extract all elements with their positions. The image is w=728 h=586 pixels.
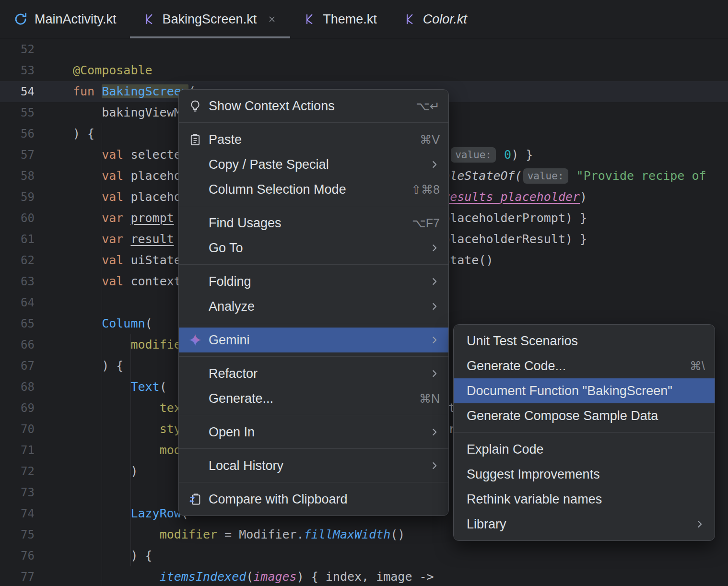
menu-item-generate[interactable]: Generate...⌘N (179, 386, 448, 411)
line-number[interactable]: 70 (0, 419, 53, 440)
lightbulb-icon (188, 99, 202, 113)
line-number[interactable]: 69 (0, 398, 53, 419)
line-number[interactable]: 76 (0, 545, 53, 566)
line-number[interactable]: 61 (0, 229, 53, 250)
menu-item-explain-code[interactable]: Explain Code (454, 437, 715, 462)
menu-item-document-function-bakingscreen[interactable]: Document Function "BakingScreen" (454, 378, 715, 403)
line-number[interactable]: 53 (0, 60, 53, 81)
code-line-53[interactable]: 53@Composable (0, 60, 728, 81)
chevron-right-icon (429, 460, 440, 471)
menu-shortcut: ⌘\ (690, 359, 705, 373)
line-number[interactable]: 65 (0, 313, 53, 334)
menu-item-go-to[interactable]: Go To (179, 235, 448, 260)
chevron-right-icon (429, 368, 440, 379)
menu-icon-slot (188, 425, 202, 439)
line-number[interactable]: 56 (0, 123, 53, 144)
menu-item-label: Open In (209, 425, 420, 440)
menu-item-suggest-improvements[interactable]: Suggest Improvements (454, 462, 715, 487)
menu-item-unit-test-scenarios[interactable]: Unit Test Scenarios (454, 328, 715, 353)
code-line-77[interactable]: 77 itemsIndexed(images) { index, image -… (0, 566, 728, 586)
menu-separator (179, 206, 448, 206)
line-number[interactable]: 62 (0, 250, 53, 271)
line-number[interactable]: 55 (0, 102, 53, 123)
menu-item-column-selection-mode[interactable]: Column Selection Mode⇧⌘8 (179, 177, 448, 202)
line-number[interactable]: 63 (0, 271, 53, 292)
line-number[interactable]: 77 (0, 566, 53, 586)
code-text-continuation: tableStateOf(value: "Provide recipe of (428, 165, 706, 187)
menu-item-show-context-actions[interactable]: Show Context Actions⌥↵ (179, 94, 448, 118)
close-icon[interactable] (267, 14, 277, 24)
line-number[interactable]: 68 (0, 376, 53, 398)
tab-color-kt[interactable]: Color.kt (390, 0, 481, 38)
line-number[interactable]: 71 (0, 440, 53, 461)
menu-item-label: Find Usages (209, 216, 402, 231)
compare-clipboard-icon (188, 492, 202, 506)
line-number[interactable]: 66 (0, 334, 53, 355)
menu-item-label: Library (467, 517, 685, 532)
code-text: @Composable (53, 60, 728, 81)
menu-icon-slot (188, 241, 202, 255)
tab-label: Theme.kt (323, 12, 377, 27)
line-number[interactable]: 64 (0, 292, 53, 313)
menu-item-label: Folding (209, 274, 420, 289)
line-number[interactable]: 59 (0, 187, 53, 208)
menu-item-copy-paste-special[interactable]: Copy / Paste Special (179, 152, 448, 177)
tab-mainactivity-kt[interactable]: MainActivity.kt (0, 0, 130, 38)
menu-item-open-in[interactable]: Open In (179, 420, 448, 445)
context-menu: Show Context Actions⌥↵Paste⌘VCopy / Past… (178, 89, 449, 516)
menu-item-paste[interactable]: Paste⌘V (179, 127, 448, 152)
menu-item-analyze[interactable]: Analyze (179, 294, 448, 319)
line-number[interactable]: 74 (0, 503, 53, 524)
line-number[interactable]: 72 (0, 461, 53, 482)
menu-item-generate-code[interactable]: Generate Code...⌘\ (454, 353, 715, 378)
menu-separator (179, 482, 448, 482)
line-number[interactable]: 73 (0, 482, 53, 503)
code-text-continuation: g.results_placeholder) (428, 187, 587, 208)
menu-item-folding[interactable]: Folding (179, 269, 448, 294)
line-number[interactable]: 57 (0, 144, 53, 165)
tab-bakingscreen-kt[interactable]: BakingScreen.kt (130, 0, 291, 38)
line-number[interactable]: 75 (0, 524, 53, 545)
chevron-right-icon (429, 427, 440, 437)
menu-icon-slot (188, 216, 202, 230)
menu-item-label: Gemini (209, 333, 420, 348)
menu-shortcut: ⌥F7 (412, 216, 440, 230)
code-text (53, 39, 728, 60)
menu-item-label: Generate... (209, 391, 410, 406)
menu-icon-slot (188, 459, 202, 472)
menu-icon-slot (188, 300, 202, 313)
menu-item-refactor[interactable]: Refactor (179, 361, 448, 386)
chevron-right-icon (429, 159, 440, 170)
menu-item-label: Compare with Clipboard (209, 492, 440, 507)
line-number[interactable]: 58 (0, 165, 53, 187)
tab-label: Color.kt (423, 12, 467, 27)
line-number[interactable]: 67 (0, 355, 53, 376)
menu-icon-slot (188, 158, 202, 171)
line-number[interactable]: 54 (0, 81, 53, 102)
menu-item-library[interactable]: Library (454, 512, 715, 537)
menu-separator (179, 323, 448, 323)
code-line-76[interactable]: 76 ) { (0, 545, 728, 566)
menu-shortcut: ⌘V (420, 133, 440, 147)
menu-item-rethink-variable-names[interactable]: Rethink variable names (454, 487, 715, 512)
menu-item-find-usages[interactable]: Find Usages⌥F7 (179, 211, 448, 235)
menu-separator (179, 264, 448, 265)
gemini-spark-icon (188, 333, 202, 347)
ide-window: MainActivity.ktBakingScreen.ktTheme.ktCo… (0, 0, 728, 586)
line-number[interactable]: 52 (0, 39, 53, 60)
code-text-continuation: f(placeholderPrompt) } (428, 208, 587, 229)
line-number[interactable]: 60 (0, 208, 53, 229)
menu-item-label: Rethink variable names (467, 492, 705, 507)
tab-theme-kt[interactable]: Theme.kt (290, 0, 390, 38)
menu-item-gemini[interactable]: Gemini (179, 328, 448, 352)
menu-item-label: Suggest Improvements (467, 467, 705, 482)
tab-label: BakingScreen.kt (163, 12, 257, 27)
code-line-52[interactable]: 52 (0, 39, 728, 60)
menu-item-generate-compose-sample-data[interactable]: Generate Compose Sample Data (454, 403, 715, 428)
menu-item-local-history[interactable]: Local History (179, 453, 448, 478)
chevron-right-icon (694, 519, 705, 529)
kotlin-icon (304, 13, 316, 25)
menu-item-label: Refactor (209, 366, 420, 381)
menu-item-label: Generate Code... (467, 359, 680, 374)
menu-item-compare-with-clipboard[interactable]: Compare with Clipboard (179, 487, 448, 512)
